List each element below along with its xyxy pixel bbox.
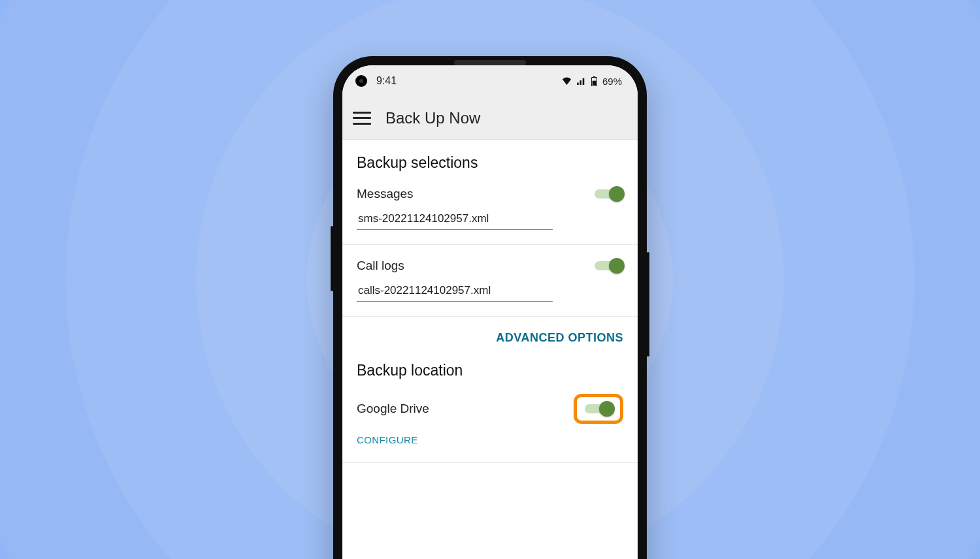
calllogs-row: Call logs	[342, 245, 638, 276]
status-time: 9:41	[376, 75, 397, 87]
signal-icon	[577, 77, 586, 85]
calllogs-label: Call logs	[357, 259, 404, 273]
camera-hole-icon	[355, 75, 367, 87]
phone-frame: 9:41 69% Back Up Now Backu	[333, 56, 647, 559]
messages-file-input[interactable]	[357, 210, 553, 230]
section-header-backup-location: Backup location	[342, 359, 638, 391]
battery-icon	[591, 76, 597, 86]
configure-link[interactable]: CONFIGURE	[357, 424, 623, 445]
status-bar: 9:41 69%	[342, 65, 638, 97]
messages-toggle[interactable]	[595, 186, 623, 202]
svg-rect-1	[580, 80, 581, 85]
svg-rect-5	[593, 80, 596, 85]
section-header-backup-selections: Backup selections	[342, 152, 638, 184]
messages-label: Messages	[357, 187, 414, 201]
phone-earpiece	[454, 60, 526, 65]
hamburger-menu-icon[interactable]	[353, 112, 371, 125]
advanced-options-link[interactable]: ADVANCED OPTIONS	[496, 331, 623, 345]
app-bar: Back Up Now	[342, 97, 638, 140]
calllogs-toggle[interactable]	[595, 258, 623, 274]
svg-rect-2	[583, 78, 585, 85]
phone-screen: 9:41 69% Back Up Now Backu	[342, 65, 638, 559]
messages-row: Messages	[342, 184, 638, 204]
status-battery-percent: 69%	[602, 76, 622, 87]
divider	[342, 462, 638, 463]
google-drive-label: Google Drive	[357, 402, 429, 416]
wifi-icon	[562, 77, 572, 85]
highlight-box	[574, 394, 623, 424]
svg-rect-0	[577, 83, 579, 85]
google-drive-toggle[interactable]	[585, 401, 613, 417]
app-bar-title: Back Up Now	[385, 109, 480, 127]
calllogs-file-input[interactable]	[357, 281, 553, 302]
